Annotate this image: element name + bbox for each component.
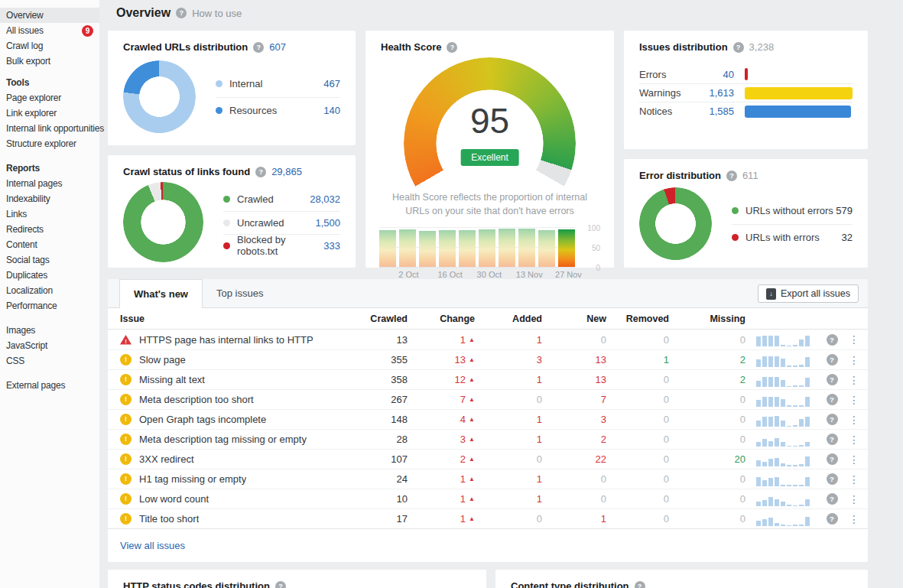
change-value[interactable]: 12▲	[408, 374, 475, 385]
removed-value[interactable]: 0	[606, 414, 669, 425]
change-value[interactable]: 7▲	[408, 394, 475, 405]
uncrawled-count[interactable]: 1,500	[315, 217, 340, 229]
missing-value[interactable]: 0	[669, 414, 745, 425]
issue-link[interactable]: HTTPS page has internal links to HTTP	[139, 334, 313, 346]
added-value[interactable]: 1	[475, 414, 542, 425]
help-icon[interactable]: ?	[827, 354, 838, 365]
crawled-value[interactable]: 107	[346, 453, 408, 465]
row-menu-kebab-icon[interactable]: ⋮	[845, 434, 863, 446]
new-value[interactable]: 3	[542, 414, 606, 425]
added-value[interactable]: 0	[475, 394, 542, 405]
sidebar-item-structure-explorer[interactable]: Structure explorer	[0, 136, 99, 151]
removed-value[interactable]: 0	[606, 334, 669, 346]
crawled-value[interactable]: 358	[346, 374, 408, 385]
sidebar-item-internal-pages[interactable]: Internal pages	[0, 176, 99, 191]
added-value[interactable]: 0	[475, 513, 542, 525]
tab-whats-new[interactable]: What's new	[119, 279, 203, 308]
change-value[interactable]: 1▲	[408, 334, 475, 346]
crawled-value[interactable]: 17	[346, 513, 408, 525]
crawled-urls-total[interactable]: 607	[269, 41, 286, 53]
removed-value[interactable]: 0	[606, 394, 669, 405]
help-icon[interactable]: ?	[275, 581, 286, 588]
sidebar-item-bulk-export[interactable]: Bulk export	[0, 54, 99, 69]
sidebar-item-localization[interactable]: Localization	[0, 283, 99, 298]
sidebar-item-javascript[interactable]: JavaScript	[0, 338, 99, 353]
issue-link[interactable]: H1 tag missing or empty	[139, 473, 246, 485]
missing-value[interactable]: 0	[669, 434, 745, 445]
removed-value[interactable]: 0	[606, 453, 669, 465]
row-menu-kebab-icon[interactable]: ⋮	[845, 333, 863, 346]
help-icon[interactable]: ?	[827, 374, 838, 385]
sidebar-item-images[interactable]: Images	[0, 323, 99, 338]
removed-value[interactable]: 1	[606, 354, 669, 365]
view-all-issues-link[interactable]: View all issues	[120, 540, 185, 551]
sidebar-item-internal-link-opportunities[interactable]: Internal link opportunities	[0, 121, 99, 136]
issue-link[interactable]: Low word count	[139, 493, 209, 505]
change-value[interactable]: 1▲	[408, 473, 475, 485]
row-menu-kebab-icon[interactable]: ⋮	[845, 374, 863, 386]
removed-value[interactable]: 0	[606, 374, 669, 385]
sidebar-item-external-pages[interactable]: External pages	[0, 378, 99, 393]
crawled-value[interactable]: 355	[346, 354, 408, 365]
col-issue[interactable]: Issue	[120, 313, 346, 324]
help-icon[interactable]: ?	[447, 42, 457, 53]
internal-count[interactable]: 467	[323, 78, 340, 89]
change-value[interactable]: 1▲	[408, 493, 475, 505]
issue-link[interactable]: Title too short	[139, 513, 199, 525]
added-value[interactable]: 1	[475, 374, 542, 385]
help-icon[interactable]: ?	[635, 581, 645, 588]
row-menu-kebab-icon[interactable]: ⋮	[845, 493, 863, 505]
new-value[interactable]: 22	[542, 453, 606, 465]
sidebar-item-all-issues[interactable]: All issues9	[0, 23, 99, 38]
new-value[interactable]: 0	[542, 473, 606, 485]
change-value[interactable]: 4▲	[408, 414, 475, 425]
change-value[interactable]: 2▲	[408, 453, 475, 465]
tab-top-issues[interactable]: Top issues	[203, 279, 277, 307]
change-value[interactable]: 1▲	[408, 513, 475, 525]
removed-value[interactable]: 0	[606, 434, 669, 445]
row-menu-kebab-icon[interactable]: ⋮	[845, 394, 863, 406]
sidebar-item-indexability[interactable]: Indexability	[0, 191, 99, 206]
missing-value[interactable]: 0	[669, 513, 745, 525]
added-value[interactable]: 1	[475, 493, 542, 505]
new-value[interactable]: 0	[542, 334, 606, 346]
issue-link[interactable]: Meta description tag missing or empty	[139, 434, 307, 445]
crawled-value[interactable]: 267	[346, 394, 408, 405]
how-to-use-link[interactable]: How to use	[192, 8, 242, 19]
col-added[interactable]: Added	[475, 313, 542, 324]
new-value[interactable]: 13	[542, 354, 606, 365]
col-missing[interactable]: Missing	[669, 313, 745, 324]
row-menu-kebab-icon[interactable]: ⋮	[845, 473, 863, 486]
issue-link[interactable]: Slow page	[139, 354, 186, 365]
added-value[interactable]: 1	[475, 334, 542, 346]
issue-link[interactable]: Open Graph tags incomplete	[139, 414, 266, 425]
new-value[interactable]: 2	[542, 434, 606, 445]
help-icon[interactable]: ?	[827, 473, 838, 485]
issue-link[interactable]: 3XX redirect	[139, 453, 194, 465]
row-menu-kebab-icon[interactable]: ⋮	[845, 513, 863, 525]
sidebar-item-redirects[interactable]: Redirects	[0, 222, 99, 237]
change-value[interactable]: 3▲	[408, 434, 475, 445]
missing-value[interactable]: 2	[669, 374, 745, 385]
export-all-issues-button[interactable]: ↓ Export all issues	[758, 284, 859, 303]
col-new[interactable]: New	[542, 313, 606, 324]
col-crawled[interactable]: Crawled	[346, 313, 408, 324]
added-value[interactable]: 3	[475, 354, 542, 365]
sidebar-item-crawl-log[interactable]: Crawl log	[0, 38, 99, 54]
blocked-count[interactable]: 333	[323, 240, 340, 252]
help-icon[interactable]: ?	[827, 513, 838, 525]
col-change[interactable]: Change	[408, 313, 475, 324]
sidebar-item-performance[interactable]: Performance	[0, 298, 99, 313]
help-icon[interactable]: ?	[726, 171, 737, 181]
crawled-value[interactable]: 148	[346, 414, 408, 425]
issue-link[interactable]: Meta description too short	[139, 394, 254, 405]
new-value[interactable]: 13	[542, 374, 606, 385]
row-menu-kebab-icon[interactable]: ⋮	[845, 414, 863, 426]
added-value[interactable]: 1	[475, 473, 542, 485]
missing-value[interactable]: 0	[669, 473, 745, 485]
added-value[interactable]: 0	[475, 453, 542, 465]
sidebar-item-page-explorer[interactable]: Page explorer	[0, 90, 99, 106]
sidebar-item-links[interactable]: Links	[0, 206, 99, 222]
crawled-value[interactable]: 13	[346, 334, 408, 346]
missing-value[interactable]: 0	[669, 394, 745, 405]
